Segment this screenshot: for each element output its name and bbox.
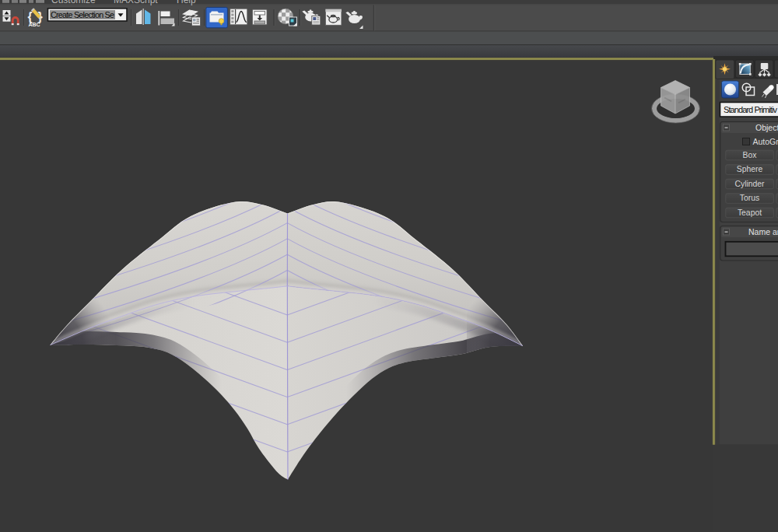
svg-text:Create Selection Se: Create Selection Se (51, 10, 114, 19)
svg-text:Object Ty: Object Ty (755, 123, 778, 132)
svg-text:MAXScript: MAXScript (114, 0, 158, 5)
svg-text:Teapot: Teapot (738, 208, 762, 217)
svg-text:AutoGri: AutoGri (753, 137, 778, 146)
svg-text:Cylinder: Cylinder (734, 180, 765, 188)
svg-text:Customize: Customize (51, 0, 96, 5)
svg-text:Standard Primitiv: Standard Primitiv (724, 105, 778, 114)
svg-text:ABC: ABC (29, 22, 40, 27)
svg-text:Sphere: Sphere (737, 165, 763, 173)
svg-text:Box: Box (743, 151, 758, 159)
svg-text:Name an: Name an (748, 227, 778, 236)
svg-text:Torus: Torus (740, 194, 759, 202)
svg-text:Help: Help (177, 0, 196, 5)
